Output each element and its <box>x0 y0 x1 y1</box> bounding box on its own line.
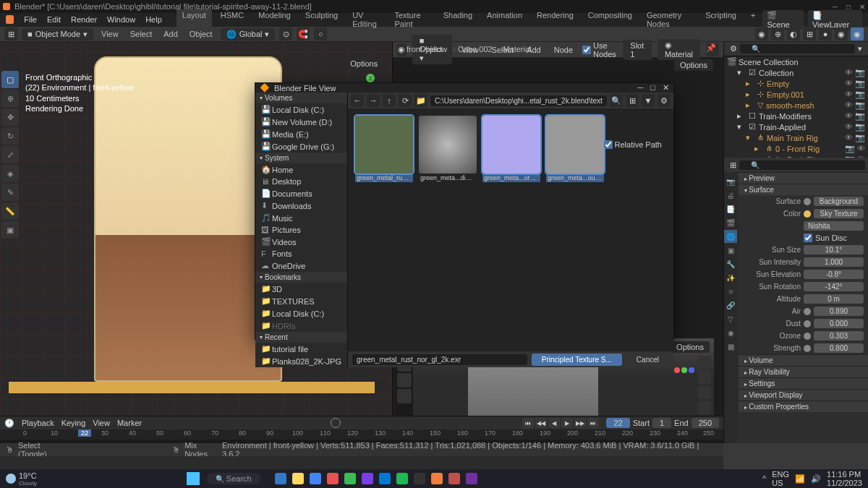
cancel-button[interactable]: Cancel <box>626 354 669 366</box>
weather-widget[interactable]: 19°CCloudy <box>6 471 37 487</box>
slider[interactable]: 10.1° <box>804 245 864 254</box>
bookmark-item[interactable]: 📁Local Disk (C:) <box>255 307 347 320</box>
play-reverse-icon[interactable]: ◀ <box>548 418 560 428</box>
relative-path-checkbox[interactable] <box>604 140 613 149</box>
scene-tab-icon[interactable]: 🎬 <box>724 216 737 229</box>
taskbar-app-icon[interactable] <box>396 473 408 484</box>
fb-close-button[interactable]: ✕ <box>663 83 669 93</box>
proportional-icon[interactable]: ○ <box>314 27 327 40</box>
panel-custom[interactable]: Custom Properties <box>739 401 868 412</box>
sky-preset[interactable]: Nishita <box>804 221 864 231</box>
shading-solid-icon[interactable]: ● <box>819 27 832 40</box>
sun-disc-check[interactable]: Sun Disc <box>804 234 864 242</box>
settings-icon[interactable]: ⚙ <box>658 94 671 107</box>
menu-window[interactable]: Window <box>103 14 140 25</box>
modifier-tab-icon[interactable]: 🔧 <box>724 257 737 270</box>
start-button[interactable] <box>187 472 200 485</box>
timeline-marker[interactable]: Marker <box>117 419 142 427</box>
volumes-header[interactable]: Volumes <box>255 93 347 103</box>
slider[interactable]: 0.000 <box>814 319 864 328</box>
snap-icon[interactable]: 🧲 <box>297 27 310 40</box>
link-dot[interactable] <box>804 210 811 218</box>
volume-item[interactable]: 💾New Volume (D:) <box>255 116 347 128</box>
system-item[interactable]: ☁OneDrive <box>255 260 347 272</box>
workspace-tab[interactable]: Modeling <box>252 9 297 30</box>
slider[interactable]: 1.000 <box>804 257 864 267</box>
filter-icon[interactable]: ▼ <box>642 94 655 107</box>
clock[interactable]: 11:16 PM11/2/2023 <box>827 470 862 487</box>
surface-value[interactable]: Background <box>814 197 864 206</box>
outliner-row[interactable]: ▸⊹Empty👁 📷 <box>724 78 868 89</box>
timeline-ruler[interactable]: 0 10 22 30 40 50 60 70 80 90 100 110 120… <box>0 429 723 440</box>
slot-select[interactable]: Slot 1 <box>623 40 652 60</box>
add-menu[interactable]: Add <box>160 28 182 40</box>
filename-input[interactable] <box>352 354 527 365</box>
system-item[interactable]: 🏠Home <box>255 163 347 176</box>
world-tab-icon[interactable]: 🌐 <box>724 230 737 243</box>
outliner-row[interactable]: ▾⋔Main Train Rig👁 📷 <box>724 132 868 143</box>
volume-icon[interactable]: 🔊 <box>811 474 821 484</box>
nav-up-button[interactable]: ↑ <box>383 94 396 107</box>
recent-header[interactable]: Recent <box>255 332 347 343</box>
fb-maximize-button[interactable]: □ <box>650 83 655 93</box>
bookmark-item[interactable]: 📁3D <box>255 283 347 295</box>
editor-type-icon[interactable]: 🕐 <box>4 419 14 428</box>
camera-gizmo-icon[interactable] <box>698 386 711 399</box>
panel-surface[interactable]: Surface <box>739 184 868 195</box>
file-thumbnail[interactable]: green_meta...disp_2k.png <box>419 116 477 182</box>
pan-gizmo-icon[interactable] <box>698 371 711 384</box>
bookmark-item[interactable]: 📁TEXTURES <box>255 295 347 307</box>
particles-tab-icon[interactable]: ✨ <box>724 271 737 284</box>
outliner-row[interactable]: ▾☑Collection👁 📷 <box>724 67 868 78</box>
viewport-options[interactable]: Options <box>344 58 383 69</box>
volume-item[interactable]: 💾Google Drive (G:) <box>255 140 347 153</box>
workspace-tab[interactable]: Rendering <box>531 9 579 30</box>
nav-refresh-button[interactable]: ⟳ <box>399 94 412 107</box>
workspace-tab[interactable]: UV Editing <box>346 9 386 30</box>
outliner-search[interactable] <box>740 44 855 53</box>
system-item[interactable]: 📄Documents <box>255 187 347 200</box>
link-dot[interactable] <box>804 198 811 205</box>
timeline-view[interactable]: View <box>93 419 110 427</box>
annotate-tool[interactable]: ✎ <box>1 184 19 201</box>
system-item[interactable]: 🖼Pictures <box>255 224 347 236</box>
keyframe-prev-icon[interactable]: ◀◀ <box>535 418 547 428</box>
menu-help[interactable]: Help <box>141 14 166 25</box>
system-item[interactable]: 🎵Music <box>255 212 347 224</box>
texture-tab-icon[interactable]: ▦ <box>724 340 737 353</box>
workspace-tab[interactable]: Compositing <box>582 9 638 30</box>
workspace-tab[interactable]: Sculpting <box>299 9 344 30</box>
system-item[interactable]: ⬇Downloads <box>255 200 347 212</box>
props-search[interactable] <box>739 160 865 170</box>
taskbar-app-icon[interactable] <box>448 473 460 484</box>
fb-minimize-button[interactable]: ─ <box>638 83 644 93</box>
autokey-icon[interactable] <box>331 418 341 428</box>
shading-wireframe-icon[interactable]: ⊞ <box>803 27 816 40</box>
display-mode-icon[interactable]: ⊞ <box>626 94 639 107</box>
move-tool[interactable]: ✥ <box>1 108 19 126</box>
overlay-toggle-icon[interactable]: ⊕ <box>771 27 784 40</box>
move-tool[interactable] <box>397 373 412 388</box>
taskbar-app-icon[interactable] <box>362 473 373 484</box>
slider[interactable]: -0.8° <box>804 270 864 279</box>
outliner-row[interactable]: ▸⊹Empty.001👁 📷 <box>724 89 868 100</box>
viewlayer-select[interactable]: 📑 ViewLayer <box>808 10 862 30</box>
search-icon[interactable]: 🔍 <box>610 94 623 107</box>
timeline-keying[interactable]: Keying <box>61 419 86 427</box>
props-tabs-icon[interactable]: ⊞ <box>727 160 739 170</box>
use-nodes-checkbox[interactable]: Use Nodes <box>582 41 617 59</box>
path-input[interactable] <box>430 95 607 106</box>
volume-item[interactable]: 💾Local Disk (C:) <box>255 103 347 116</box>
workspace-tab[interactable]: Scripting <box>699 9 742 30</box>
node-node-menu[interactable]: Node <box>550 44 576 56</box>
start-frame[interactable]: 1 <box>652 418 671 428</box>
accept-button[interactable]: Principled Texture S... <box>532 354 622 366</box>
taskbar-app-icon[interactable] <box>275 473 286 484</box>
workspace-add[interactable]: + <box>745 9 761 30</box>
current-frame[interactable]: 22 <box>606 418 629 428</box>
taskbar-app-icon[interactable] <box>431 473 443 484</box>
panel-viewport[interactable]: Viewport Display <box>739 389 868 401</box>
object-tab-icon[interactable]: ▣ <box>724 244 737 257</box>
blender-logo-icon[interactable] <box>6 15 14 24</box>
render-tab-icon[interactable]: 📷 <box>724 175 737 188</box>
